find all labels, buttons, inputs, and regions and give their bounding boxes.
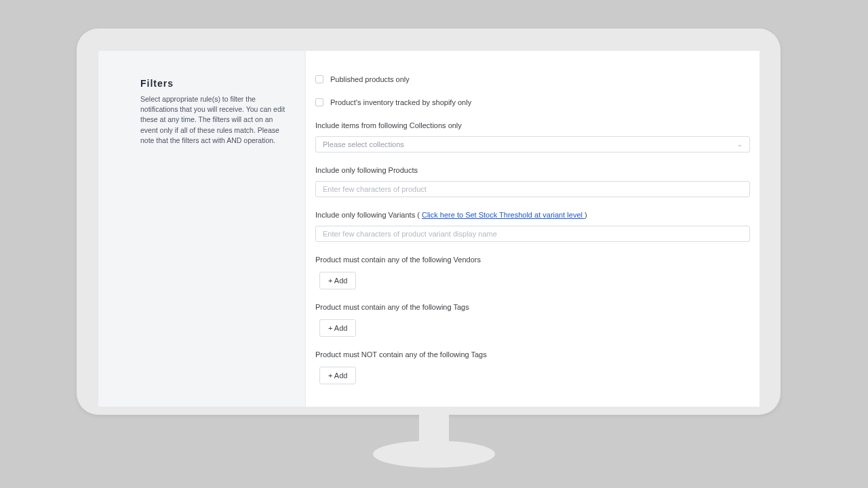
sidebar-description: Select appropriate rule(s) to filter the… (140, 94, 290, 146)
add-vendor-button[interactable]: + Add (319, 272, 356, 289)
variants-section: Include only following Variants ( Click … (315, 211, 750, 242)
variants-threshold-link[interactable]: Click here to Set Stock Threshold at var… (422, 211, 585, 219)
collections-section: Include items from following Collections… (315, 121, 750, 152)
published-only-row: Published products only (315, 75, 750, 83)
tags-include-label: Product must contain any of the followin… (315, 303, 750, 311)
products-input[interactable] (315, 181, 750, 197)
main-panel: Published products only Product's invent… (305, 51, 760, 407)
variants-label-suffix: ) (585, 211, 587, 219)
vendors-section: Product must contain any of the followin… (315, 256, 750, 289)
variants-label: Include only following Variants ( Click … (315, 211, 750, 219)
tags-exclude-section: Product must NOT contain any of the foll… (315, 350, 750, 384)
add-tag-include-button[interactable]: + Add (319, 319, 356, 337)
published-only-checkbox[interactable] (315, 75, 323, 83)
variants-input[interactable] (315, 226, 750, 242)
monitor-mockup: Filters Select appropriate rule(s) to fi… (0, 0, 868, 488)
sidebar-title: Filters (140, 78, 290, 89)
tags-exclude-label: Product must NOT contain any of the foll… (315, 350, 750, 359)
monitor-base (373, 441, 495, 468)
collections-placeholder: Please select collections (323, 140, 404, 148)
inventory-tracked-label: Product's inventory tracked by shopify o… (330, 98, 471, 106)
chevron-down-icon: ⌄ (737, 141, 743, 148)
collections-select[interactable]: Please select collections ⌄ (315, 136, 750, 152)
published-only-label: Published products only (330, 75, 410, 83)
inventory-tracked-checkbox[interactable] (315, 98, 323, 106)
collections-label: Include items from following Collections… (315, 121, 750, 129)
products-section: Include only following Products (315, 166, 750, 197)
products-label: Include only following Products (315, 166, 750, 174)
tags-include-section: Product must contain any of the followin… (315, 303, 750, 337)
app-screen: Filters Select appropriate rule(s) to fi… (98, 51, 760, 407)
vendors-label: Product must contain any of the followin… (315, 256, 750, 264)
variants-label-prefix: Include only following Variants ( (315, 211, 422, 219)
add-tag-exclude-button[interactable]: + Add (319, 367, 356, 384)
sidebar: Filters Select appropriate rule(s) to fi… (98, 51, 305, 407)
inventory-tracked-row: Product's inventory tracked by shopify o… (315, 98, 750, 106)
